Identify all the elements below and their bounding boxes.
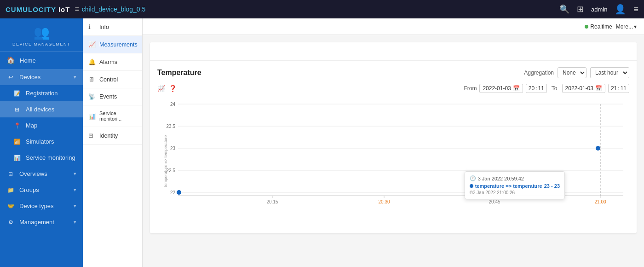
chart-title: Temperature [157,69,201,77]
sidebar-device-types-label: Device types [19,203,69,209]
sidebar-devices-label: Devices [19,74,69,81]
sidebar-simulators-label: Simulators [26,138,76,145]
chart-tools-left: 📈 ❓ [157,85,177,92]
sidebar-item-map[interactable]: 📍 Map [0,117,83,134]
sidebar-registration-label: Registration [26,90,76,97]
from-time-m: 11 [538,85,544,92]
to-date-input[interactable]: 2022-01-03 📅 [562,84,605,93]
time-sep-1: : [535,85,537,92]
from-time-input[interactable]: 20 : 11 [526,84,547,93]
menu-icon[interactable]: ≡ [633,5,638,14]
map-icon: 📍 [13,122,21,129]
sidebar-map-label: Map [26,122,76,129]
header-right: 🔍 ⊞ admin 👤 ≡ [559,4,638,15]
sidebar-home-label: Home [20,57,76,64]
chart-title-row: Temperature Aggregation None Last hour [157,67,629,78]
secondary-item-alarms[interactable]: 🔔 Alarms [83,53,142,71]
device-types-icon: 🤝 [6,203,15,209]
groups-chevron-icon: ▾ [74,187,76,193]
page-title: child_device_blog_0.5 [82,6,146,13]
secondary-identity-label: Identity [99,133,118,139]
chart-container: Temperature Aggregation None Last hour [143,35,644,267]
to-time-input[interactable]: 21 : 11 [608,84,629,93]
sidebar-item-overviews[interactable]: ⊟ Overviews ▾ [0,166,83,182]
sidebar-item-service-monitoring[interactable]: 📊 Service monitoring [0,150,83,166]
overviews-chevron-icon: ▾ [74,171,76,177]
grid-icon[interactable]: ⊞ [577,4,584,14]
sec-service-monitoring-icon: 📊 [88,113,96,120]
sidebar-item-registration[interactable]: 📝 Registration [0,85,83,101]
brand-icon: 👥 [6,25,77,40]
aggregation-select[interactable]: None [558,67,586,78]
all-devices-icon: ⊞ [13,106,21,113]
sidebar-item-home[interactable]: 🏠 Home [0,52,83,69]
measurements-icon: 📈 [88,41,96,48]
brand-subtitle: DEVICE MANAGEMENT [6,42,77,46]
groups-icon: 📁 [6,187,15,193]
secondary-info-label: Info [99,24,109,30]
alarms-icon: 🔔 [88,58,96,65]
home-icon: 🏠 [6,56,15,64]
svg-text:23.5: 23.5 [167,124,176,129]
sidebar-item-devices[interactable]: ↩ Devices ▾ [0,69,83,85]
more-chevron-icon: ▾ [634,23,637,30]
chart-toolbar: 📈 ❓ From 2022-01-03 📅 20 : [157,84,629,93]
to-label: To [552,85,558,92]
identity-icon: ⊟ [88,132,96,139]
svg-text:22.5: 22.5 [167,168,176,173]
sidebar-item-device-types[interactable]: 🤝 Device types ▾ [0,198,83,214]
time-range-select[interactable]: Last hour [590,67,629,78]
svg-text:21:00: 21:00 [594,199,606,204]
to-time-h: 21 [611,85,617,92]
secondary-control-label: Control [99,76,118,83]
sidebar-all-devices-label: All devices [26,106,76,113]
admin-avatar-icon[interactable]: 👤 [615,4,626,15]
secondary-item-events[interactable]: 📡 Events [83,88,142,105]
to-time-m: 11 [621,85,627,92]
secondary-item-service-monitori[interactable]: 📊 Service monitori... [83,105,142,127]
sidebar-management-label: Management [19,219,69,226]
secondary-item-info[interactable]: ℹ Info [83,18,142,36]
secondary-item-measurements[interactable]: 📈 Measurements [83,36,142,53]
sidebar-item-groups[interactable]: 📁 Groups ▾ [0,182,83,198]
chart-card: Temperature Aggregation None Last hour [150,42,637,233]
brand-section: 👥 DEVICE MANAGEMENT [0,18,83,52]
secondary-events-label: Events [99,93,117,100]
sidebar-service-monitoring-label: Service monitoring [26,154,76,161]
content-area: Realtime More... ▾ Temperature Aggregati… [143,18,644,267]
sidebar-item-all-devices[interactable]: ⊞ All devices [0,101,83,117]
to-date-value: 2022-01-03 [565,85,593,92]
service-monitoring-icon: 📊 [13,155,21,161]
secondary-item-identity[interactable]: ⊟ Identity [83,127,142,145]
time-sep-2: : [618,85,619,92]
data-point-1 [177,190,181,195]
hamburger-icon[interactable]: ≡ [75,5,79,13]
svg-text:20:45: 20:45 [489,199,500,204]
search-icon[interactable]: 🔍 [559,4,569,14]
realtime-button[interactable]: Realtime [585,23,612,30]
left-sidebar: 👥 DEVICE MANAGEMENT 🏠 Home ↩ Devices ▾ 📝… [0,18,83,267]
realtime-dot [585,25,588,29]
secondary-item-control[interactable]: 🖥 Control [83,71,142,88]
more-button[interactable]: More... ▾ [616,23,637,30]
from-date-value: 2022-01-03 [483,85,511,92]
from-date-input[interactable]: 2022-01-03 📅 [479,84,523,93]
secondary-sidebar: ℹ Info 📈 Measurements 🔔 Alarms 🖥 Control… [83,18,143,267]
aggregation-label: Aggregation [524,70,554,76]
devices-icon: ↩ [6,74,15,81]
control-icon: 🖥 [88,76,96,83]
to-calendar-icon[interactable]: 📅 [595,85,602,92]
device-types-chevron-icon: ▾ [74,203,76,209]
simulators-icon: 📶 [13,139,21,145]
registration-icon: 📝 [13,90,21,97]
info-help-icon[interactable]: ❓ [169,85,177,92]
more-label: More... [616,23,633,30]
sidebar-item-simulators[interactable]: 📶 Simulators [0,134,83,150]
main-layout: 👥 DEVICE MANAGEMENT 🏠 Home ↩ Devices ▾ 📝… [0,18,644,267]
line-chart-icon[interactable]: 📈 [157,85,165,92]
brand-name-suffix: IoT [56,6,70,13]
from-calendar-icon[interactable]: 📅 [513,85,520,92]
from-label: From [464,85,477,92]
devices-chevron-icon: ▾ [74,74,76,80]
sidebar-item-management[interactable]: ⚙ Management ▾ [0,214,83,230]
